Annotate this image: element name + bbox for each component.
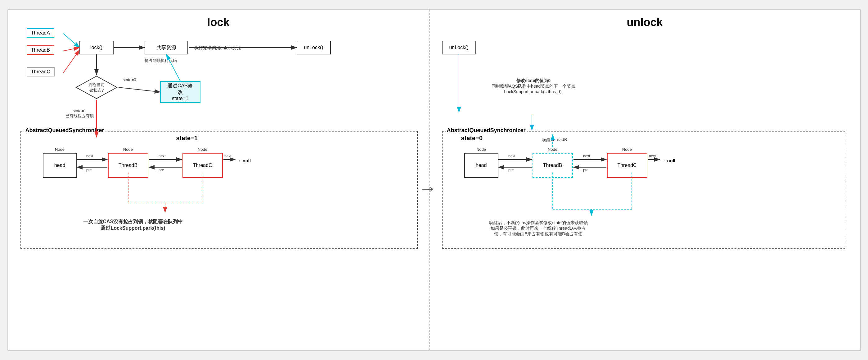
node-threadc-left: Node ThreadC <box>183 147 223 178</box>
shared-resource-box: 共享资源 <box>145 41 188 54</box>
node-head-box-r: head <box>464 153 498 178</box>
wake-threadb: 唤醒ThreadB <box>542 137 567 143</box>
threadb-text: ThreadB <box>119 163 137 168</box>
modify-line3: LockSupport.unpark(s.thread); <box>492 89 576 94</box>
node-threadc-box-r: ThreadC <box>607 153 647 178</box>
svg-text:pre: pre <box>159 168 164 172</box>
node-threadb-left: Node ThreadB <box>108 147 148 178</box>
svg-text:next: next <box>649 154 656 158</box>
state1-label: state=1 已有线程占有锁 <box>65 109 94 119</box>
aqs-state-label-right: state=0 <box>461 135 483 142</box>
threadc-text-r: ThreadC <box>617 163 637 168</box>
head-text-r: head <box>476 163 487 168</box>
cas-box-line2: state=1 <box>172 96 188 101</box>
null-label-left: →null <box>237 158 251 163</box>
thread-b-box: ThreadB <box>27 46 54 55</box>
node-threadc-label: Node <box>198 147 207 152</box>
svg-line-25 <box>63 50 80 73</box>
unlock-box-left: unLock() <box>297 41 331 54</box>
node-threadb-box: ThreadB <box>108 153 148 178</box>
thread-c-box: ThreadC <box>27 67 55 77</box>
node-head-label: Node <box>55 147 65 152</box>
lock-box: lock() <box>80 41 114 54</box>
cas-box-line1: 通过CAS修改 <box>166 83 195 96</box>
svg-line-29 <box>119 87 160 92</box>
aqs-label-right: AbstractQueuedSynchronizer <box>446 127 527 134</box>
node-threadc-right: Node ThreadC <box>607 147 647 178</box>
state0-label: state=0 <box>123 77 136 82</box>
aqs-container-left: AbstractQueuedSynchronizer state=1 Node … <box>21 131 418 249</box>
node-threadc-label-r: Node <box>622 147 632 152</box>
svg-text:pre: pre <box>86 168 92 172</box>
unlock-title: unlock <box>436 16 854 29</box>
null-text-left: null <box>243 158 251 163</box>
svg-text:next: next <box>86 154 93 158</box>
svg-line-24 <box>63 48 80 51</box>
already-locked-label: 已有线程占有锁 <box>65 113 94 119</box>
aqs-label-left: AbstractQueuedSynchronizer <box>24 127 105 134</box>
svg-text:pre: pre <box>583 168 589 172</box>
svg-text:pre: pre <box>508 168 514 172</box>
svg-text:next: next <box>224 154 231 158</box>
modify-state-annotation: 修改state的值为0 同时唤醒AQS队列中head节点的下一个节点 LockS… <box>492 78 576 94</box>
svg-text:next: next <box>508 154 516 158</box>
svg-text:判断当前: 判断当前 <box>88 82 104 87</box>
grab-code-label: 抢占到锁执行代码 <box>145 58 177 63</box>
node-head-label-r: Node <box>476 147 486 152</box>
node-threadb-box-r: ThreadB <box>532 153 573 178</box>
null-text-right: null <box>667 158 676 163</box>
unlock-box-right: unLock() <box>442 41 476 54</box>
annotation-r-line2: 如果是公平锁，此时再来一个线程ThreadD来抢占 <box>489 226 588 231</box>
cas-box: 通过CAS修改 state=1 <box>160 81 200 103</box>
node-threadb-label-r: Node <box>548 147 557 152</box>
svg-text:next: next <box>583 154 590 158</box>
modify-line2: 同时唤醒AQS队列中head节点的下一个节点 <box>492 84 576 89</box>
svg-text:锁状态?: 锁状态? <box>89 88 103 93</box>
node-head-left: Node head <box>43 147 77 178</box>
svg-marker-0 <box>76 76 117 99</box>
modify-line1: 修改state的值为0 <box>492 78 576 84</box>
aqs-container-right: AbstractQueuedSynchronizer state=0 唤醒Thr… <box>442 131 845 249</box>
threadc-text: ThreadC <box>193 163 212 168</box>
svg-line-23 <box>63 34 80 48</box>
annotation-right: 唤醒后，不断的cas操作尝试修改state的值来获取锁 如果是公平锁，此时再来一… <box>489 220 588 237</box>
svg-text:next: next <box>159 154 166 158</box>
transition-arrow: → <box>418 177 437 199</box>
aqs-state-label-left: state=1 <box>176 135 198 142</box>
annotation-r-line3: 锁，有可能会由B来占有锁也有可能D会占有锁 <box>489 231 588 237</box>
state1-text: state=1 <box>65 109 94 113</box>
null-label-right: →null <box>661 158 676 163</box>
annotation-left: 一次自旋CAS没有抢占到锁，就阻塞在队列中 通过LockSupport.park… <box>83 219 183 231</box>
diamond-svg: 判断当前 锁状态? <box>75 75 118 100</box>
annotation-line2: 通过LockSupport.park(this) <box>83 225 183 231</box>
annotation-line1: 一次自旋CAS没有抢占到锁，就阻塞在队列中 <box>83 219 183 225</box>
node-head-box: head <box>43 153 77 178</box>
right-panel: unlock unLock() 修改state的值为0 同时唤醒AQS队列中he… <box>430 10 860 350</box>
unlock-call-label: 执行完毕调用unlock方法 <box>194 46 242 51</box>
node-threadb-right: Node ThreadB <box>532 147 573 178</box>
node-threadc-box: ThreadC <box>183 153 223 178</box>
head-text: head <box>54 163 65 168</box>
left-panel: lock ThreadA ThreadB ThreadC lock() 共享资源… <box>8 10 430 350</box>
threadb-text-r: ThreadB <box>543 163 562 168</box>
node-head-right: Node head <box>464 147 498 178</box>
thread-a-box: ThreadA <box>27 28 54 37</box>
diamond-container: 判断当前 锁状态? <box>75 75 118 101</box>
main-container: lock ThreadA ThreadB ThreadC lock() 共享资源… <box>7 9 861 351</box>
annotation-r-line1: 唤醒后，不断的cas操作尝试修改state的值来获取锁 <box>489 220 588 226</box>
node-threadb-label: Node <box>123 147 133 152</box>
lock-title: lock <box>14 16 423 29</box>
